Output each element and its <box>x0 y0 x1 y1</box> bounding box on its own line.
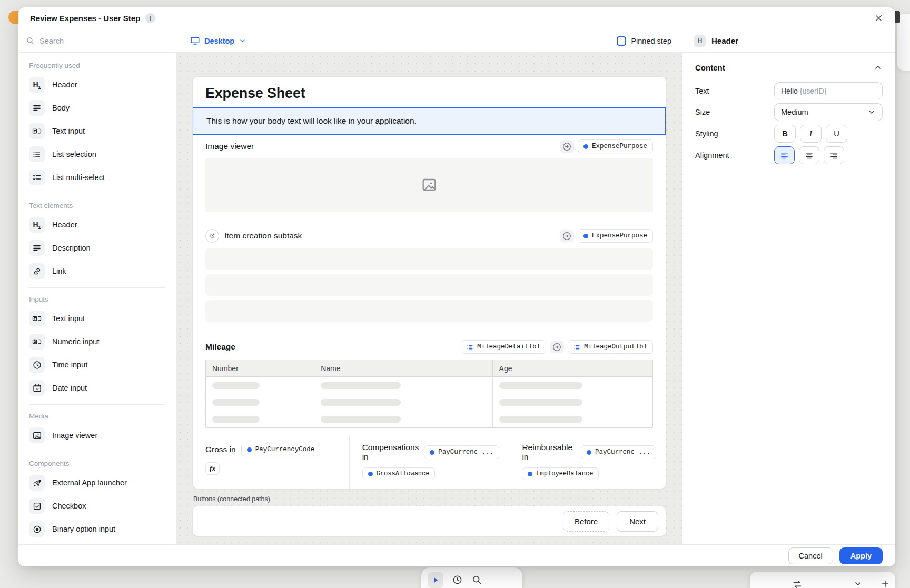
apply-button[interactable]: Apply <box>839 547 883 564</box>
zoom-level-icon[interactable] <box>853 579 863 588</box>
zoom-in-icon[interactable] <box>881 579 890 588</box>
sidebar-item-external-app-launcher[interactable]: External App launcher <box>18 471 176 494</box>
text-value-input[interactable]: Hello {userID} <box>774 82 883 99</box>
cell-placeholder <box>499 416 582 423</box>
inspector-header: H Header <box>682 29 895 53</box>
binding-badge-pay-currency-code[interactable]: PayCurrencyCode <box>241 443 321 456</box>
sidebar-divider <box>29 287 165 288</box>
image-viewer-label: Image viewer <box>205 142 254 151</box>
sidebar-item-checkbox[interactable]: Checkbox <box>18 494 176 517</box>
table-row <box>206 394 652 411</box>
before-button[interactable]: Before <box>563 511 609 532</box>
sidebar-item-header[interactable]: H1 Header <box>18 73 176 96</box>
binding-badge-expense-purpose[interactable]: ExpensePurpose <box>578 229 653 243</box>
sidebar-item-text-input[interactable]: Text input <box>18 119 176 143</box>
binding-arrow-icon[interactable] <box>550 341 564 353</box>
table-icon <box>573 344 580 351</box>
preview-header-element[interactable]: Expense Sheet <box>193 77 666 107</box>
modal-title: Review Expenses - User Step <box>30 14 140 23</box>
body-text-element-selected[interactable]: This is how your body text will look lik… <box>192 107 666 135</box>
subtask-label: Item creation subtask <box>224 231 302 241</box>
canvas-area[interactable]: Expense Sheet This is how your body text… <box>176 53 682 544</box>
sidebar-item-time-input[interactable]: Time input <box>18 353 176 376</box>
sidebar-item-description[interactable]: Description <box>18 236 176 260</box>
table-column-number: Number <box>206 360 314 376</box>
bold-button[interactable]: B <box>774 125 796 143</box>
sidebar-divider <box>29 452 165 452</box>
open-subtask-icon[interactable] <box>205 229 219 243</box>
binding-badge-gross-allowance[interactable]: GrossAllowance <box>362 467 436 480</box>
sidebar-item-date-input[interactable]: Date input <box>18 376 176 400</box>
variable-dot-icon <box>583 234 588 238</box>
gross-in-column: Gross in PayCurrencyCode fx <box>193 436 349 489</box>
mileage-table[interactable]: Number Name Age <box>205 360 653 428</box>
modal-titlebar: Review Expenses - User Step i <box>18 7 895 29</box>
italic-button[interactable]: I <box>800 125 822 143</box>
sidebar-item-list-selection[interactable]: List selection <box>18 143 176 166</box>
sidebar-item-header-2[interactable]: H1 Header <box>18 213 176 236</box>
pointer-tool-icon[interactable] <box>428 572 443 588</box>
binding-arrow-icon[interactable] <box>560 230 574 242</box>
alignment-field-label: Alignment <box>695 151 774 160</box>
component-list: Frequently used H1 Header Body Text inpu… <box>18 53 176 544</box>
image-viewer-icon <box>29 427 45 443</box>
sidebar-divider <box>29 404 165 405</box>
close-icon[interactable] <box>872 12 885 25</box>
inspector-body: Content Text Hello {userID} Size <box>682 53 895 178</box>
image-placeholder[interactable] <box>205 158 653 212</box>
search-placeholder: Search <box>39 37 64 45</box>
pinned-step-label: Pinned step <box>631 37 671 45</box>
pinned-step-checkbox[interactable] <box>617 36 626 46</box>
align-center-button[interactable] <box>799 146 819 164</box>
reimbursable-in-label: Reimbursable in <box>522 443 576 462</box>
sidebar-item-binary-option-input[interactable]: Binary option input <box>18 517 176 541</box>
align-right-button[interactable] <box>824 146 844 164</box>
modal-footer: Cancel Apply <box>18 544 895 566</box>
image-icon <box>421 176 438 193</box>
content-section-toggle[interactable]: Content <box>695 63 883 72</box>
sidebar-item-body[interactable]: Body <box>18 96 176 119</box>
styling-field-row: Styling B I U <box>695 125 883 143</box>
binding-badge-expense-purpose[interactable]: ExpensePurpose <box>578 139 653 153</box>
search-input[interactable]: Search <box>18 29 176 53</box>
info-icon[interactable]: i <box>145 13 155 23</box>
sidebar-divider <box>29 194 165 194</box>
checkbox-icon <box>29 498 45 514</box>
binding-badge-mileage-output[interactable]: MileageOutputTbl <box>568 340 653 354</box>
device-picker[interactable]: Desktop <box>187 35 250 46</box>
binding-badge-mileage-detail[interactable]: MileageDetailTbl <box>461 340 546 354</box>
binding-badge-pay-currency-truncated[interactable]: PayCurrenc ... <box>581 445 656 459</box>
date-input-icon <box>29 380 45 396</box>
preview-header-text: Expense Sheet <box>205 85 305 101</box>
history-icon[interactable] <box>452 574 463 587</box>
header-icon: H1 <box>29 217 45 233</box>
next-button[interactable]: Next <box>617 511 658 532</box>
cancel-button[interactable]: Cancel <box>788 547 833 564</box>
image-viewer-section: Image viewer ExpensePurpose <box>193 135 666 212</box>
inspector-title: Header <box>711 36 738 45</box>
sidebar-item-image-viewer[interactable]: Image viewer <box>18 424 176 447</box>
zoom-tool-icon[interactable] <box>471 574 482 587</box>
binding-arrow-icon[interactable] <box>560 140 574 153</box>
step-editor-modal: Review Expenses - User Step i Search Fre… <box>18 7 895 566</box>
monitor-icon <box>190 36 200 46</box>
pinned-step-toggle[interactable]: Pinned step <box>617 36 671 46</box>
search-icon <box>26 36 35 45</box>
gross-in-label: Gross in <box>205 445 236 454</box>
currency-summary-row: Gross in PayCurrencyCode fx <box>193 436 666 489</box>
sidebar-item-numeric-input[interactable]: Numeric input <box>18 330 176 353</box>
align-left-button[interactable] <box>774 146 795 164</box>
pan-icon[interactable] <box>792 579 803 588</box>
text-field-row: Text Hello {userID} <box>695 82 883 99</box>
description-icon <box>29 240 45 256</box>
sidebar-item-link[interactable]: Link <box>18 260 176 283</box>
binding-badge-employee-balance[interactable]: EmployeeBalance <box>522 467 599 480</box>
sidebar-item-list-multi-select[interactable]: List multi-select <box>18 166 176 189</box>
sidebar-item-text-input-2[interactable]: Text input <box>18 307 176 330</box>
desktop-background: Review Expenses - User Step i Search Fre… <box>0 0 910 588</box>
underline-button[interactable]: U <box>826 125 847 143</box>
formula-fx-badge[interactable]: fx <box>205 462 220 475</box>
section-label-inputs: Inputs <box>18 288 176 307</box>
binding-badge-pay-currency-truncated[interactable]: PayCurrenc ... <box>424 445 499 459</box>
size-select[interactable]: Medium <box>774 103 883 121</box>
